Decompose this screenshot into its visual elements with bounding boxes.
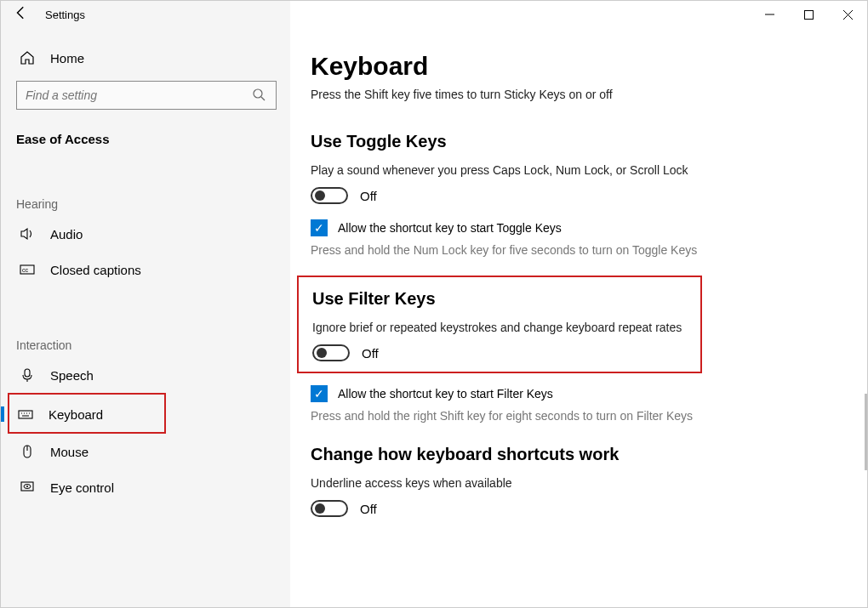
filter-keys-hint: Press and hold the right Shift key for e… bbox=[311, 409, 787, 423]
search-box[interactable] bbox=[16, 81, 277, 110]
svg-line-5 bbox=[261, 97, 265, 100]
svg-rect-1 bbox=[804, 10, 813, 19]
sidebar-home-label: Home bbox=[50, 51, 84, 65]
sidebar: Home Ease of Access Hearing Audio cc Clo… bbox=[1, 28, 290, 607]
underline-access-keys-switch[interactable] bbox=[311, 500, 348, 517]
home-icon bbox=[20, 50, 35, 65]
filter-keys-state: Off bbox=[362, 346, 379, 361]
maximize-button[interactable] bbox=[789, 1, 828, 28]
sidebar-item-mouse[interactable]: Mouse bbox=[16, 434, 277, 469]
sidebar-item-label: Keyboard bbox=[49, 407, 103, 422]
titlebar: Settings bbox=[1, 1, 867, 28]
svg-text:cc: cc bbox=[22, 267, 29, 273]
svg-rect-8 bbox=[25, 369, 30, 377]
category-label: Ease of Access bbox=[16, 132, 277, 146]
svg-point-20 bbox=[26, 486, 28, 487]
speaker-icon bbox=[20, 226, 35, 241]
section-interaction-label: Interaction bbox=[16, 338, 277, 352]
sidebar-home[interactable]: Home bbox=[16, 42, 277, 74]
window-title: Settings bbox=[45, 9, 85, 21]
sidebar-item-label: Audio bbox=[50, 227, 83, 241]
cc-icon: cc bbox=[20, 262, 35, 277]
minimize-icon bbox=[765, 10, 774, 20]
search-icon bbox=[252, 88, 267, 103]
sidebar-item-label: Speech bbox=[50, 368, 94, 383]
sidebar-item-label: Eye control bbox=[50, 480, 114, 495]
back-button[interactable] bbox=[1, 5, 42, 24]
main-content: Keyboard Press the Shift key five times … bbox=[290, 28, 867, 607]
arrow-left-icon bbox=[14, 5, 29, 20]
underline-access-keys-state: Off bbox=[360, 502, 377, 516]
shortcuts-desc: Underline access keys when available bbox=[311, 476, 847, 490]
sticky-keys-subtext: Press the Shift key five times to turn S… bbox=[311, 88, 847, 101]
toggle-keys-desc: Play a sound whenever you press Caps Loc… bbox=[311, 163, 847, 177]
svg-rect-10 bbox=[19, 411, 32, 418]
highlight-filter-keys: Use Filter Keys Ignore brief or repeated… bbox=[297, 276, 702, 373]
sidebar-item-eye-control[interactable]: Eye control bbox=[16, 469, 277, 505]
section-hearing-label: Hearing bbox=[16, 197, 277, 211]
scrollbar[interactable] bbox=[865, 394, 867, 470]
toggle-keys-shortcut-checkbox[interactable]: ✓ bbox=[311, 219, 328, 236]
close-button[interactable] bbox=[828, 1, 867, 28]
sidebar-item-speech[interactable]: Speech bbox=[16, 357, 277, 393]
filter-keys-shortcut-label: Allow the shortcut key to start Filter K… bbox=[338, 387, 553, 401]
sidebar-item-closed-captions[interactable]: cc Closed captions bbox=[16, 252, 277, 287]
keyboard-icon bbox=[18, 406, 33, 422]
sidebar-item-audio[interactable]: Audio bbox=[16, 216, 277, 252]
shortcuts-heading: Change how keyboard shortcuts work bbox=[311, 445, 847, 464]
microphone-icon bbox=[20, 367, 35, 383]
filter-keys-switch[interactable] bbox=[312, 344, 350, 361]
filter-keys-desc: Ignore brief or repeated keystrokes and … bbox=[312, 321, 688, 334]
highlight-keyboard: Keyboard bbox=[8, 393, 166, 434]
toggle-keys-state: Off bbox=[360, 189, 377, 203]
sidebar-item-label: Mouse bbox=[50, 445, 89, 459]
filter-keys-heading: Use Filter Keys bbox=[312, 289, 688, 309]
filter-keys-shortcut-checkbox[interactable]: ✓ bbox=[311, 385, 328, 402]
sidebar-item-keyboard[interactable]: Keyboard bbox=[14, 400, 157, 429]
eye-control-icon bbox=[20, 480, 35, 495]
close-icon bbox=[843, 10, 853, 20]
mouse-icon bbox=[20, 444, 35, 459]
toggle-keys-heading: Use Toggle Keys bbox=[311, 132, 847, 151]
search-input[interactable] bbox=[26, 88, 252, 102]
toggle-keys-shortcut-label: Allow the shortcut key to start Toggle K… bbox=[338, 221, 562, 235]
svg-point-4 bbox=[254, 89, 262, 98]
maximize-icon bbox=[804, 10, 814, 20]
toggle-keys-switch[interactable] bbox=[311, 187, 348, 204]
page-title: Keyboard bbox=[311, 52, 847, 81]
minimize-button[interactable] bbox=[750, 1, 789, 28]
toggle-keys-hint: Press and hold the Num Lock key for five… bbox=[311, 243, 711, 257]
sidebar-item-label: Closed captions bbox=[50, 263, 141, 277]
